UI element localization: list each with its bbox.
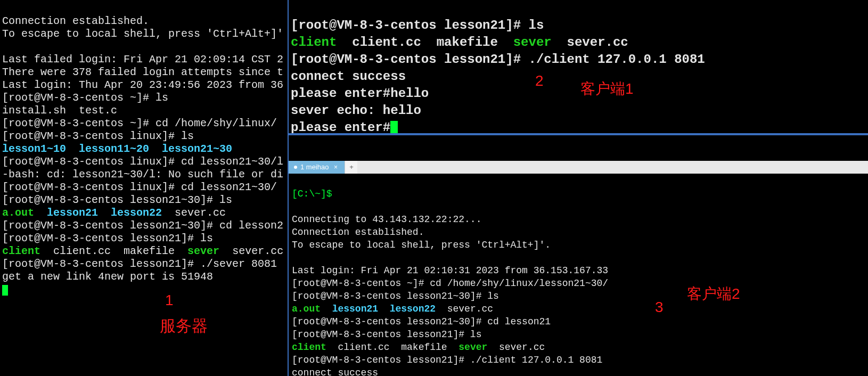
- text-line: sever echo: hello: [291, 103, 421, 118]
- text-line: -bash: cd: lesson21~30/l: No such file o…: [2, 168, 283, 181]
- text-line: Last login: Fri Apr 21 02:10:31 2023 fro…: [292, 265, 608, 276]
- text-line: please enter#: [291, 120, 390, 133]
- prompt: [root@VM-8-3-centos lesson21]#: [291, 18, 528, 32]
- file: client.cc: [352, 35, 421, 50]
- prompt: [root@VM-8-3-centos lesson21]#: [292, 329, 470, 340]
- cursor: [2, 285, 8, 296]
- exe: client: [292, 342, 326, 353]
- exe: a.out: [292, 304, 321, 314]
- file: makefile: [437, 35, 498, 50]
- text-line: Last login: Thu Apr 20 23:49:56 2023 fro…: [2, 79, 283, 91]
- cursor: [390, 121, 398, 133]
- prompt: [root@VM-8-3-centos linux]#: [2, 130, 181, 142]
- text-line: get a new link 4new port is 51948: [2, 271, 213, 283]
- file: sever.cc: [567, 35, 628, 50]
- prompt: [C:\~]$: [292, 189, 338, 199]
- exe: client: [291, 35, 337, 50]
- command: ls: [219, 194, 232, 206]
- terminal-client1[interactable]: [root@VM-8-3-centos lesson21]# ls client…: [289, 0, 868, 133]
- command: ./client 127.0.0.1 8081: [470, 355, 602, 365]
- command: ls: [155, 92, 168, 104]
- exe: sever: [187, 245, 219, 257]
- command: cd lesson2: [219, 219, 283, 232]
- prompt: [root@VM-8-3-centos ~]#: [2, 92, 155, 104]
- text-line: Last failed login: Fri Apr 21 02:09:14 C…: [2, 53, 283, 66]
- command: ls: [200, 232, 213, 244]
- prompt: [root@VM-8-3-centos ~]#: [2, 117, 155, 129]
- file: sever.cc: [232, 245, 283, 257]
- prompt: [root@VM-8-3-centos linux]#: [2, 156, 181, 168]
- text-line: Connection established.: [2, 15, 149, 27]
- command: cd lesson21~30/l: [181, 156, 283, 168]
- text-line: please enter#hello: [291, 86, 429, 101]
- tab-active[interactable]: 1 meihao ×: [289, 161, 345, 174]
- prompt: [root@VM-8-3-centos lesson21~30]#: [292, 316, 487, 327]
- tab-bar: 1 meihao × +: [289, 161, 868, 174]
- terminal-server[interactable]: Connection established. To escape to loc…: [0, 0, 288, 376]
- command: ./client 127.0.0.1 8081: [528, 52, 705, 67]
- command: cd /home/shy/linux/: [155, 117, 277, 129]
- prompt: [root@VM-8-3-centos lesson21]#: [291, 52, 528, 67]
- text-line: connect success: [291, 69, 406, 84]
- command: ./sever 8081: [200, 258, 277, 270]
- file: client.cc: [53, 245, 111, 257]
- exe: a.out: [2, 207, 34, 219]
- prompt: [root@VM-8-3-centos lesson21]#: [2, 258, 200, 270]
- pane-divider-vertical[interactable]: [288, 0, 289, 376]
- file: makefile: [401, 342, 447, 353]
- prompt: [root@VM-8-3-centos lesson21~30]#: [292, 291, 487, 301]
- dir: lesson21: [332, 304, 378, 314]
- command: ls: [528, 18, 544, 32]
- exe: client: [2, 245, 40, 257]
- prompt: [root@VM-8-3-centos lesson21]#: [2, 232, 200, 244]
- command: ls: [470, 329, 482, 340]
- pane-divider-horizontal[interactable]: [289, 133, 868, 135]
- text-line: install.sh test.c: [2, 104, 117, 117]
- file: sever.cc: [175, 207, 226, 219]
- text-line: There were 378 failed login attempts sin…: [2, 66, 283, 78]
- prompt: [root@VM-8-3-centos ~]#: [292, 278, 430, 289]
- file: client.cc: [338, 342, 389, 353]
- prompt: [root@VM-8-3-centos linux]#: [2, 181, 181, 193]
- close-icon[interactable]: ×: [332, 164, 339, 171]
- prompt: [root@VM-8-3-centos lesson21]#: [292, 355, 470, 365]
- dir: lesson22: [111, 207, 162, 219]
- add-tab-button[interactable]: +: [345, 161, 357, 174]
- command: cd /home/shy/linux/lesson21~30/: [430, 278, 608, 289]
- file: sever.cc: [447, 304, 493, 314]
- text-line: Connecting to 43.143.132.22:22...: [292, 214, 481, 225]
- file: makefile: [124, 245, 175, 257]
- tab-dot-icon: [294, 166, 297, 169]
- command: cd lesson21~30/: [181, 181, 277, 193]
- exe: sever: [458, 342, 487, 353]
- tab-label: 1 meihao: [300, 161, 329, 174]
- prompt: [root@VM-8-3-centos lesson21~30]#: [2, 194, 219, 206]
- text-line: To escape to local shell, press 'Ctrl+Al…: [2, 28, 283, 40]
- dir: lesson11~20: [79, 143, 149, 155]
- command: ls: [181, 130, 194, 142]
- dir: lesson21~30: [162, 143, 232, 155]
- command: cd lesson21: [487, 316, 551, 327]
- exe: sever: [513, 35, 552, 50]
- terminal-body[interactable]: [C:\~]$ Connecting to 43.143.132.22:22..…: [289, 186, 868, 376]
- text-line: Connection established.: [292, 227, 424, 238]
- dir: lesson1~10: [2, 143, 66, 155]
- command: ls: [487, 291, 499, 301]
- text-line: connect success: [292, 367, 378, 376]
- file: sever.cc: [499, 342, 545, 353]
- dir: lesson21: [47, 207, 98, 219]
- prompt: [root@VM-8-3-centos lesson21~30]#: [2, 219, 219, 232]
- text-line: To escape to local shell, press 'Ctrl+Al…: [292, 240, 551, 250]
- terminal-client2[interactable]: 1 meihao × + [C:\~]$ Connecting to 43.14…: [289, 135, 868, 376]
- dir: lesson22: [390, 304, 436, 314]
